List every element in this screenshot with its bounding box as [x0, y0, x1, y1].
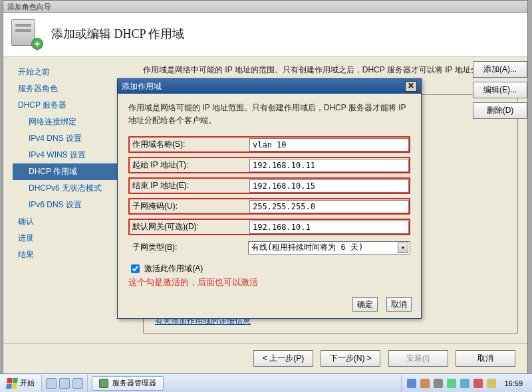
taskbar-clock[interactable]: 16:59 — [500, 379, 527, 387]
quick-launch — [42, 375, 88, 392]
delete-scope-button[interactable]: 删除(D) — [473, 102, 527, 119]
ql-icon-1[interactable] — [46, 378, 57, 389]
tray-icon-5[interactable] — [460, 379, 469, 388]
input-scope-name[interactable] — [249, 138, 409, 151]
dialog-footer: 确定 取消 — [118, 294, 421, 318]
system-tray: 16:59 — [401, 375, 532, 392]
add-scope-dialog: 添加作用域 ✕ 作用域是网络可能的 IP 地址范围。只有创建作用域后，DHCP … — [117, 78, 422, 319]
close-icon[interactable]: ✕ — [405, 81, 417, 92]
taskbar-app-server-manager[interactable]: 服务器管理器 — [92, 376, 164, 391]
server-add-icon: + — [11, 19, 41, 49]
next-button[interactable]: 下一步(N) > — [321, 350, 380, 367]
input-start-ip[interactable] — [249, 159, 409, 172]
row-end-ip: 结束 IP 地址(E): — [128, 177, 410, 194]
dialog-cancel-button[interactable]: 取消 — [386, 297, 412, 312]
wizard-title: 添加或编辑 DHCP 作用域 — [51, 26, 184, 42]
annotation-note: 这个勾是激活的，后面也可以激活 — [128, 276, 410, 288]
taskbar-app-label: 服务器管理器 — [112, 378, 156, 388]
tray-icon-7[interactable] — [487, 379, 496, 388]
ok-button[interactable]: 确定 — [352, 297, 378, 312]
row-scope-name: 作用域名称(S): — [128, 136, 410, 153]
taskbar: 开始 服务器管理器 16:59 — [0, 373, 532, 392]
dialog-description: 作用域是网络可能的 IP 地址范围。只有创建作用域后，DHCP 服务器才能将 I… — [128, 102, 410, 127]
checkbox-activate-scope[interactable] — [131, 264, 140, 273]
tray-icon-2[interactable] — [420, 379, 430, 388]
edit-scope-button[interactable]: 编辑(E)... — [473, 82, 527, 98]
label-end-ip: 结束 IP 地址(E): — [130, 179, 249, 193]
label-start-ip: 起始 IP 地址(T): — [130, 158, 249, 172]
outer-window-titlebar[interactable]: 添加角色向导 — [3, 1, 527, 13]
ql-icon-3[interactable] — [72, 378, 83, 389]
row-activate: 激活此作用域(A) — [128, 262, 410, 275]
server-manager-icon — [99, 379, 108, 388]
label-scope-name: 作用域名称(S): — [130, 138, 249, 151]
input-mask[interactable] — [249, 200, 409, 213]
tray-icon-1[interactable] — [407, 379, 416, 388]
input-end-ip[interactable] — [249, 179, 409, 193]
chevron-down-icon: ▾ — [398, 243, 408, 253]
label-subnet-type: 子网类型(B): — [128, 239, 248, 256]
install-button[interactable]: 安装(I) — [388, 350, 448, 367]
label-gateway: 默认网关(可选)(D): — [130, 220, 249, 234]
start-button[interactable]: 开始 — [0, 375, 42, 392]
outer-window-title: 添加角色向导 — [7, 3, 51, 11]
tray-icon-4[interactable] — [447, 379, 456, 388]
row-mask: 子网掩码(U): — [128, 198, 410, 215]
row-start-ip: 起始 IP 地址(T): — [128, 157, 410, 173]
windows-logo-icon — [6, 378, 18, 389]
tray-icon-3[interactable] — [434, 379, 443, 388]
wizard-header: + 添加或编辑 DHCP 作用域 — [3, 13, 527, 57]
cancel-button[interactable]: 取消 — [456, 350, 515, 367]
dialog-title: 添加作用域 — [122, 81, 162, 92]
dialog-titlebar[interactable]: 添加作用域 ✕ — [118, 79, 421, 94]
select-subnet-type[interactable]: 有线(租用持续时间将为 6 天) ▾ — [248, 241, 410, 254]
wizard-footer: < 上一步(P) 下一步(N) > 安装(I) 取消 — [3, 343, 527, 373]
row-gateway: 默认网关(可选)(D): — [128, 219, 410, 235]
label-mask: 子网掩码(U): — [130, 199, 249, 213]
row-subnet-type: 子网类型(B): 有线(租用持续时间将为 6 天) ▾ — [128, 239, 410, 256]
input-gateway[interactable] — [249, 221, 409, 234]
start-label: 开始 — [20, 378, 35, 388]
prev-button[interactable]: < 上一步(P) — [253, 350, 313, 367]
tray-icon-6[interactable] — [473, 379, 483, 388]
add-scope-button[interactable]: 添加(A)... — [473, 61, 527, 78]
scope-action-buttons: 添加(A)... 编辑(E)... 删除(D) — [469, 57, 527, 119]
select-subnet-type-value: 有线(租用持续时间将为 6 天) — [251, 242, 363, 253]
ql-icon-2[interactable] — [59, 378, 70, 389]
label-activate-scope: 激活此作用域(A) — [144, 264, 203, 273]
